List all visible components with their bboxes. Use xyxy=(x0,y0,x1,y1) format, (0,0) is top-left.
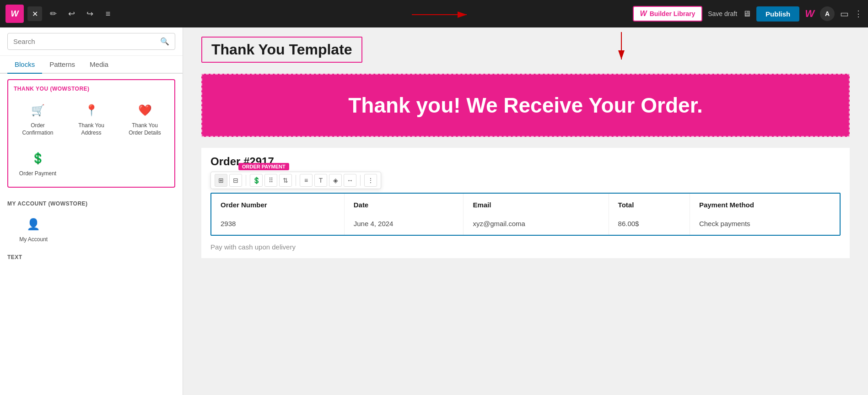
block-item-my-account[interactable]: 👤 My Account xyxy=(7,211,59,247)
my-account-label: MY ACCOUNT (WOWSTORE) xyxy=(7,200,175,207)
preview-icon[interactable]: 🖥 xyxy=(743,9,751,19)
col-payment-method: Payment Method xyxy=(690,194,840,216)
undo-icon[interactable]: ↩ xyxy=(64,6,79,21)
top-toolbar: W ✕ ✏ ↩ ↪ ≡ W Builder Library Save draft… xyxy=(0,0,868,27)
builder-library-button[interactable]: W Builder Library xyxy=(633,6,703,22)
cell-order-number: 2938 xyxy=(211,216,344,235)
publish-button[interactable]: Publish xyxy=(756,6,799,22)
hero-text: Thank you! We Receive Your Order. xyxy=(221,93,830,118)
order-number-row: Order #2917 xyxy=(201,148,850,168)
tab-patterns[interactable]: Patterns xyxy=(42,56,82,74)
tab-media[interactable]: Media xyxy=(82,56,116,74)
block-label-thank-you-order-details: Thank You Order Details xyxy=(124,122,165,136)
sidebar: 🔍 Blocks Patterns Media THANK YOU (WOWST… xyxy=(0,27,183,395)
astra-button[interactable]: A xyxy=(820,6,835,21)
page-title: Thank You Template xyxy=(211,41,352,58)
logo: W xyxy=(5,5,24,23)
order-payment-icon: 💲 xyxy=(29,149,47,168)
main-content: Thank You Template Thank you! We Receive… xyxy=(183,27,868,395)
payment-note: Pay with cash upon delivery xyxy=(201,243,850,258)
block-label-order-payment: Order Payment xyxy=(19,170,56,178)
block-item-order-confirmation[interactable]: 🛒 Order Confirmation xyxy=(14,97,62,140)
page-title-bar: Thank You Template xyxy=(201,37,850,63)
thank-you-address-icon: 📍 xyxy=(82,101,101,119)
page-title-box: Thank You Template xyxy=(201,37,362,63)
group-label: THANK YOU (WOWSTORE) xyxy=(14,86,169,92)
text-section: TEXT xyxy=(0,254,183,260)
more-icon[interactable]: ⋮ xyxy=(364,174,377,187)
transform-icon[interactable]: T xyxy=(314,174,327,187)
block-label-thank-you-address: Thank You Address xyxy=(71,122,112,136)
wowstore-icon: W xyxy=(805,8,814,20)
block-item-thank-you-address[interactable]: 📍 Thank You Address xyxy=(67,97,115,140)
floating-toolbar-label: ORDER PAYMENT xyxy=(238,163,289,170)
tab-blocks[interactable]: Blocks xyxy=(7,56,42,74)
thank-you-wowstore-group: THANK YOU (WOWSTORE) 🛒 Order Confirmatio… xyxy=(7,79,175,188)
align-icon[interactable]: ≡ xyxy=(300,174,313,187)
fill-icon[interactable]: ◈ xyxy=(329,174,342,187)
col-order-number: Order Number xyxy=(211,194,344,216)
block-item-thank-you-order-details[interactable]: ❤️ Thank You Order Details xyxy=(121,97,169,140)
cell-date: June 4, 2024 xyxy=(344,216,464,235)
search-input[interactable] xyxy=(13,38,156,45)
menu-icon[interactable]: ≡ xyxy=(101,6,115,21)
save-draft-button[interactable]: Save draft xyxy=(708,10,737,17)
search-icon: 🔍 xyxy=(160,37,169,46)
close-button[interactable]: ✕ xyxy=(27,6,42,21)
my-account-icon: 👤 xyxy=(24,215,43,233)
width-icon[interactable]: ↔ xyxy=(344,174,356,187)
cell-payment-method: Check payments xyxy=(690,216,840,235)
col-email: Email xyxy=(464,194,609,216)
col-total: Total xyxy=(609,194,690,216)
block-item-order-payment[interactable]: 💲 Order Payment xyxy=(14,146,62,181)
col-date: Date xyxy=(344,194,464,216)
move-up-down-icon[interactable]: ⇅ xyxy=(279,174,292,187)
cell-total: 86.00$ xyxy=(609,216,690,235)
order-confirmation-icon: 🛒 xyxy=(29,101,47,119)
drag-icon[interactable]: ⠿ xyxy=(264,174,277,187)
more-options-button[interactable]: ⋮ xyxy=(854,9,863,19)
my-account-section: MY ACCOUNT (WOWSTORE) 👤 My Account xyxy=(0,200,183,254)
columns-icon[interactable]: ⊞ xyxy=(215,174,227,187)
cell-email: xyz@gmail.coma xyxy=(464,216,609,235)
order-table-wrapper: Order Number Date Email Total Payment Me… xyxy=(210,193,841,236)
redo-icon[interactable]: ↪ xyxy=(82,6,97,21)
text-section-label: TEXT xyxy=(7,254,175,260)
table-row: 2938 June 4, 2024 xyz@gmail.coma 86.00$ … xyxy=(211,216,840,235)
order-table: Order Number Date Email Total Payment Me… xyxy=(211,194,840,235)
block-icon[interactable]: ⊟ xyxy=(229,174,242,187)
payment-icon[interactable]: 💲 xyxy=(250,174,263,187)
block-label-my-account: My Account xyxy=(19,236,48,243)
block-label-order-confirmation: Order Confirmation xyxy=(17,122,58,136)
panel-icon[interactable]: ▭ xyxy=(840,8,849,19)
sidebar-tabs: Blocks Patterns Media xyxy=(0,56,183,74)
hero-banner[interactable]: Thank you! We Receive Your Order. xyxy=(201,74,850,137)
order-section: Order #2917 ORDER PAYMENT ⊞ ⊟ 💲 ⠿ ⇅ ≡ T … xyxy=(201,148,850,258)
pencil-icon[interactable]: ✏ xyxy=(46,6,60,21)
sidebar-search-area: 🔍 xyxy=(0,27,183,56)
floating-toolbar: ORDER PAYMENT ⊞ ⊟ 💲 ⠿ ⇅ ≡ T ◈ ↔ ⋮ xyxy=(210,172,381,189)
thank-you-order-details-icon: ❤️ xyxy=(136,101,154,119)
